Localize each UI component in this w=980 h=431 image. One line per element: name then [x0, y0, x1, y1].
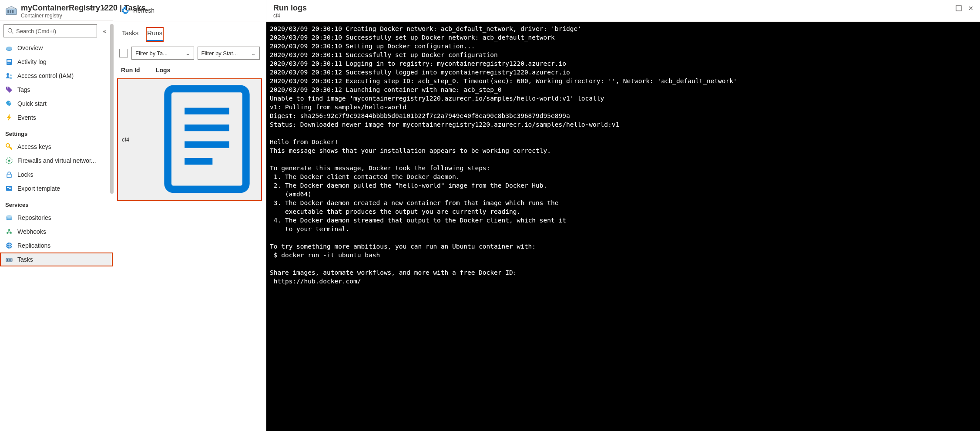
nav-label: Export template: [17, 185, 60, 192]
nav-events[interactable]: Events: [0, 111, 113, 125]
logs-header: Run logs cf4 ✕: [266, 0, 980, 22]
nav-tasks[interactable]: Tasks: [0, 253, 113, 266]
maximize-icon[interactable]: [954, 3, 963, 13]
nav-replications[interactable]: Replications: [0, 239, 113, 253]
nav-tags[interactable]: Tags: [0, 83, 113, 97]
filter-task-label: Filter by Ta...: [135, 50, 168, 57]
svg-rect-2: [10, 10, 12, 13]
nav-label: Access keys: [17, 143, 51, 150]
nav-export-template[interactable]: Export template: [0, 182, 113, 195]
firewall-icon: [5, 157, 13, 165]
tasks-icon: [5, 256, 13, 263]
nav-label: Tags: [17, 86, 30, 93]
sidebar: myContainerRegistry1220 | Tasks Containe…: [0, 0, 113, 431]
nav-access-keys[interactable]: Access keys: [0, 140, 113, 154]
svg-point-15: [10, 102, 11, 104]
logs-subtitle: cf4: [273, 13, 954, 19]
search-row: «: [0, 21, 113, 41]
svg-rect-32: [7, 259, 8, 261]
replications-icon: [5, 242, 13, 249]
tab-tasks[interactable]: Tasks: [121, 27, 139, 41]
select-all-checkbox[interactable]: [119, 49, 128, 57]
tab-runs[interactable]: Runs: [146, 27, 163, 41]
runs-table-header: Run Id Logs: [113, 65, 266, 77]
log-console[interactable]: 2020/03/09 20:30:10 Creating Docker netw…: [266, 22, 980, 431]
scrollbar-thumb[interactable]: [110, 24, 114, 194]
filter-status-dropdown[interactable]: Filter by Stat... ⌄: [198, 47, 260, 60]
registry-icon: [5, 5, 17, 17]
section-services: Services: [0, 195, 113, 211]
tasks-pane: Refresh Tasks Runs Filter by Ta... ⌄ Fil…: [113, 0, 266, 431]
svg-point-4: [8, 28, 12, 32]
section-settings: Settings: [0, 125, 113, 140]
svg-rect-9: [7, 60, 11, 61]
access-control-icon: [5, 72, 13, 80]
nav-label: Activity log: [17, 58, 47, 65]
tasks-tabs: Tasks Runs: [113, 21, 266, 41]
col-logs: Logs: [156, 67, 258, 74]
nav-overview[interactable]: Overview: [0, 41, 113, 55]
close-icon[interactable]: ✕: [99, 3, 108, 13]
nav-repositories[interactable]: Repositories: [0, 211, 113, 225]
svg-point-26: [6, 215, 12, 218]
svg-rect-22: [9, 187, 11, 188]
search-icon: [7, 28, 13, 34]
overview-icon: [5, 44, 13, 52]
close-icon[interactable]: ✕: [966, 3, 976, 13]
svg-line-5: [11, 32, 13, 34]
nav-label: Events: [17, 114, 36, 121]
run-row[interactable]: cf4: [117, 79, 262, 201]
filter-task-dropdown[interactable]: Filter by Ta... ⌄: [131, 47, 194, 60]
nav-label: Repositories: [17, 214, 51, 221]
svg-rect-19: [7, 174, 11, 178]
svg-rect-1: [7, 10, 9, 13]
nav-quick-start[interactable]: Quick start: [0, 97, 113, 111]
lock-icon: [5, 171, 13, 178]
logs-title: Run logs: [273, 3, 954, 13]
svg-point-13: [10, 74, 12, 76]
page-subtitle: Container registry: [21, 13, 87, 19]
nav-label: Quick start: [17, 100, 47, 107]
svg-rect-21: [7, 187, 9, 188]
filter-status-label: Filter by Stat...: [201, 50, 238, 57]
nav-firewalls[interactable]: Firewalls and virtual networ...: [0, 154, 113, 168]
quick-start-icon: [5, 100, 13, 108]
nav-label: Webhooks: [17, 228, 46, 235]
activity-log-icon: [5, 58, 13, 66]
logs-icon[interactable]: [157, 190, 257, 196]
filter-row: Filter by Ta... ⌄ Filter by Stat... ⌄: [113, 41, 266, 65]
svg-rect-33: [9, 259, 10, 261]
nav-webhooks[interactable]: Webhooks: [0, 225, 113, 239]
webhooks-icon: [5, 228, 13, 236]
sidebar-header: myContainerRegistry1220 | Tasks Containe…: [0, 0, 113, 21]
collapse-left-icon[interactable]: «: [87, 3, 96, 13]
sidebar-scrollbar[interactable]: [110, 24, 114, 431]
nav-locks[interactable]: Locks: [0, 168, 113, 182]
col-runid: Run Id: [121, 67, 156, 74]
collapse-sidebar-icon[interactable]: «: [100, 24, 109, 37]
svg-rect-34: [10, 259, 11, 261]
chevron-down-icon: ⌄: [251, 50, 256, 57]
nav-access-control[interactable]: Access control (IAM): [0, 69, 113, 83]
nav-activity-log[interactable]: Activity log: [0, 55, 113, 69]
nav-label: Access control (IAM): [17, 72, 74, 79]
run-id: cf4: [122, 136, 157, 143]
nav-list: Overview Activity log Access control (IA…: [0, 41, 113, 431]
chevron-down-icon: ⌄: [185, 50, 190, 57]
nav-label: Locks: [17, 171, 34, 178]
svg-rect-23: [9, 188, 11, 189]
nav-label: Replications: [17, 242, 50, 249]
run-logs-cell: [157, 83, 257, 196]
svg-point-18: [8, 160, 10, 162]
repositories-icon: [5, 214, 13, 222]
nav-label: Overview: [17, 44, 43, 51]
search-box[interactable]: [3, 24, 97, 37]
page-title: myContainerRegistry1220 | Tasks: [21, 3, 87, 13]
tags-icon: [5, 86, 13, 94]
export-template-icon: [5, 185, 13, 192]
nav-label: Tasks: [17, 256, 33, 263]
svg-rect-10: [7, 61, 11, 62]
search-input[interactable]: [16, 28, 93, 34]
svg-point-14: [7, 88, 8, 89]
logs-pane: Run logs cf4 ✕ 2020/03/09 20:30:10 Creat…: [266, 0, 980, 431]
